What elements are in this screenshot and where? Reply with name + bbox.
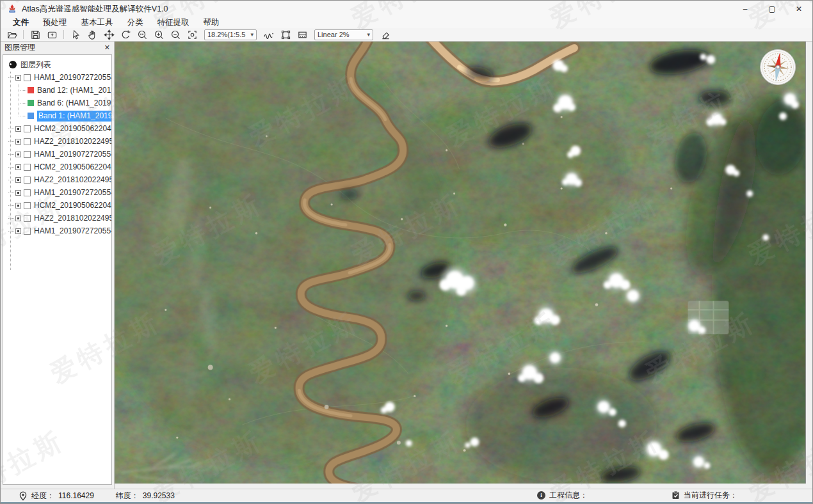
layer-checkbox[interactable]: [24, 164, 31, 171]
select-tool-button[interactable]: [67, 29, 84, 41]
zoom-extent-button[interactable]: [184, 29, 200, 41]
chevron-down-icon: ▾: [250, 31, 254, 38]
layer-checkbox[interactable]: [24, 189, 31, 196]
longitude-value: 116.16429: [58, 491, 94, 500]
menu-classification[interactable]: 分类: [120, 17, 150, 28]
minimize-button[interactable]: –: [732, 1, 759, 17]
status-bar: 经度： 116.16429 纬度： 39.92533 i 工程信息： 当前进行任…: [1, 489, 812, 503]
task-clipboard-icon: [672, 491, 680, 500]
band-label: Band 12: (HAM1_2019072: [37, 86, 111, 95]
app-logo-icon: [7, 4, 17, 14]
layer-item[interactable]: HAM1_20190727205547_0: [3, 148, 111, 161]
latitude-label: 纬度：: [116, 491, 139, 501]
layer-checkbox[interactable]: [24, 202, 31, 209]
close-button[interactable]: ✕: [785, 1, 812, 17]
band-color-chip: [28, 87, 34, 93]
layer-item[interactable]: HAM1_20190727205547_0: [3, 186, 111, 199]
zoom-out-icon: [170, 29, 181, 40]
expander-icon[interactable]: [15, 216, 21, 221]
tree-branch: [8, 167, 14, 168]
layer-label: HCM2_20190506220436_0: [34, 201, 111, 210]
save-button[interactable]: [27, 29, 44, 41]
app-window: Atlas高光谱遥感智能处理及解译软件V1.0 – ▢ ✕ 文件 预处理 基本工…: [0, 0, 813, 504]
layer-panel-close-icon[interactable]: ✕: [104, 43, 110, 52]
expander-icon[interactable]: [15, 228, 21, 234]
move-tool-button[interactable]: [101, 29, 117, 41]
pan-tool-button[interactable]: [84, 29, 101, 41]
menu-basic-tools[interactable]: 基本工具: [74, 17, 120, 28]
layer-checkbox[interactable]: [24, 177, 31, 184]
expander-icon[interactable]: [15, 152, 21, 157]
satellite-image: [115, 42, 805, 484]
zoom-free-button[interactable]: [134, 29, 150, 41]
layer-item[interactable]: HAZ2_20181020224958_0: [3, 173, 111, 186]
tree-branch: [20, 116, 26, 116]
expander-icon[interactable]: [15, 126, 21, 132]
zoom-level-value: 18.2%(1:5.5: [207, 31, 248, 38]
tree-branch: [20, 103, 26, 104]
expander-icon[interactable]: [15, 164, 21, 170]
eraser-icon: [380, 29, 391, 40]
hand-icon: [87, 29, 98, 40]
layer-label: HAM1_20190727205547_0: [34, 73, 111, 82]
tree-branch: [8, 205, 14, 206]
maximize-button[interactable]: ▢: [759, 1, 785, 17]
roi-tool-button[interactable]: [277, 29, 294, 41]
tree-branch: [8, 154, 14, 155]
layer-list-root[interactable]: 图层列表: [3, 58, 111, 71]
compass: [761, 49, 796, 84]
open-project-button[interactable]: [3, 29, 20, 41]
tree-branch: [8, 77, 14, 78]
layer-item[interactable]: HCM2_20190506220436_0: [3, 122, 111, 135]
layer-checkbox[interactable]: [24, 215, 31, 222]
menu-bar: 文件 预处理 基本工具 分类 特征提取 帮助: [1, 17, 812, 28]
stretch-mode-select[interactable]: Linear 2% ▾: [314, 29, 373, 40]
layer-label: HCM2_20190506220436_0: [34, 124, 111, 133]
band-item[interactable]: Band 12: (HAM1_2019072: [3, 84, 111, 97]
add-data-button[interactable]: [44, 29, 60, 41]
project-info-label: 工程信息：: [549, 490, 588, 501]
tree-branch: [8, 218, 14, 219]
window-title: Atlas高光谱遥感智能处理及解译软件V1.0: [22, 4, 168, 15]
map-viewport[interactable]: [115, 42, 806, 484]
layer-label: HAZ2_20181020224958_0: [34, 214, 111, 223]
save-icon: [30, 29, 41, 40]
menu-feature-extraction[interactable]: 特征提取: [150, 17, 197, 28]
layer-checkbox[interactable]: [24, 138, 31, 145]
tree-branch: [8, 193, 14, 193]
layer-checkbox[interactable]: [24, 228, 31, 235]
spectral-curve-button[interactable]: [261, 29, 277, 41]
expander-icon[interactable]: [15, 203, 21, 209]
layer-item[interactable]: HAZ2_20181020224958_0: [3, 212, 111, 224]
menu-file[interactable]: 文件: [6, 17, 36, 28]
layer-checkbox[interactable]: [24, 74, 31, 81]
rotate-icon: [120, 29, 131, 40]
zoom-out-button[interactable]: [167, 29, 184, 41]
layer-item[interactable]: HCM2_20190506220436_0: [3, 161, 111, 173]
stretch-mode-value: Linear 2%: [318, 31, 364, 38]
longitude-label: 经度：: [31, 491, 54, 501]
zoom-level-select[interactable]: 18.2%(1:5.5 ▾: [204, 29, 257, 40]
toolbar-separator: [63, 30, 64, 39]
toolbar: 18.2%(1:5.5 ▾ Linear 2% ▾: [1, 28, 812, 42]
layer-checkbox[interactable]: [24, 151, 31, 158]
chevron-down-icon: ▾: [367, 31, 370, 38]
stretch-tool-button[interactable]: [294, 29, 310, 41]
menu-preprocess[interactable]: 预处理: [36, 17, 74, 28]
expander-icon[interactable]: [15, 177, 21, 183]
rotate-tool-button[interactable]: [117, 29, 134, 41]
band-item[interactable]: Band 1: (HAM1_20190727: [3, 109, 111, 122]
expander-icon[interactable]: [15, 139, 21, 145]
current-task-label: 当前进行任务：: [684, 490, 737, 501]
zoom-in-button[interactable]: [150, 29, 167, 41]
layer-item[interactable]: HAZ2_20181020224958_0: [3, 135, 111, 148]
layer-item[interactable]: HAM1_20190727205547_0: [3, 71, 111, 84]
expander-icon[interactable]: [15, 75, 21, 81]
clear-stretch-button[interactable]: [377, 29, 394, 41]
layer-item[interactable]: HAM1_20190727205547_0: [3, 224, 111, 237]
menu-help[interactable]: 帮助: [197, 17, 227, 28]
expander-icon[interactable]: [15, 190, 21, 196]
layer-checkbox[interactable]: [24, 125, 31, 132]
band-item[interactable]: Band 6: (HAM1_20190727: [3, 97, 111, 109]
layer-item[interactable]: HCM2_20190506220436_0: [3, 199, 111, 212]
